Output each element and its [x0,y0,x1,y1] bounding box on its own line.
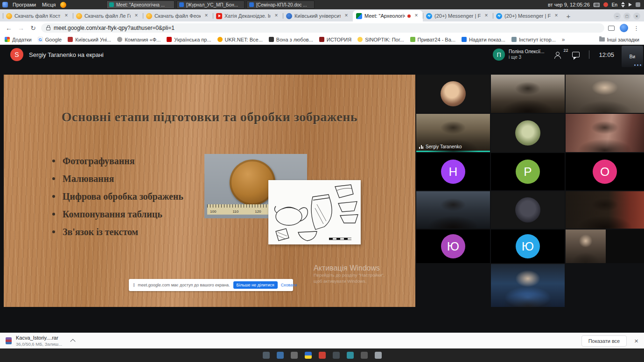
bullet-icon [52,213,55,216]
taskbar-window-icon[interactable] [347,352,354,359]
keyboard-layout-indicator[interactable]: En [612,2,617,7]
places-menu[interactable]: Місця [41,2,57,7]
browser-toolbar: ← → ↻ meet.google.com/xar-ftyk-qpy?authu… [0,21,644,35]
site-icon [217,37,223,42]
participant-video-tile[interactable] [566,75,644,113]
panel-window-button-doc2[interactable]: [Семінар-КПЛ-20.doc ... [246,0,315,9]
self-video-thumbnail[interactable]: Ви [622,46,643,67]
screen-capture-icon[interactable] [608,26,615,31]
participant-tile[interactable] [416,75,490,113]
more-options-icon[interactable] [634,64,642,66]
tab-close-icon[interactable]: × [133,13,140,19]
participant-tile[interactable]: Н [416,153,490,190]
download-item[interactable]: Kacva_Istoriy....rar 36,0/50,6 МБ, Залиш… [6,335,74,347]
participant-video-tile[interactable] [416,191,490,229]
taskbar-window-icon[interactable] [263,352,270,359]
taskbar-window-icon[interactable] [277,352,284,359]
bookmark-label: UKR.NET: Все... [225,37,263,42]
tab-download-legof[interactable]: Скачать файл Ле Гоф × [73,10,143,21]
tab-download-kostin[interactable]: Скачать файл Костин × [3,10,73,21]
notification-icon[interactable] [603,2,608,7]
stop-sharing-button[interactable]: Більше не ділитися [233,281,278,289]
tab-messenger-2[interactable]: (20+) Messenger | Face × [493,10,563,21]
tab-close-icon[interactable]: × [343,13,350,19]
hide-banner-link[interactable]: Сховати [281,283,297,287]
taskbar-window-icon[interactable] [319,352,326,359]
pottery-drawings [268,180,361,244]
close-window-icon[interactable]: × [633,13,640,20]
bookmark-istoriya[interactable]: ИСТОРИЯ [319,37,351,42]
volume-icon[interactable] [629,3,632,7]
show-all-downloads-button[interactable]: Показати все [581,335,627,347]
participant-tile[interactable] [491,191,565,229]
participant-tile[interactable]: Ю [416,230,490,263]
forward-button[interactable]: → [17,24,25,32]
tab-download-feokt[interactable]: Скачать файл Феокти × [143,10,213,21]
back-button[interactable]: ← [5,24,13,32]
tab-meet-active[interactable]: Meet: "Археологіч × [353,10,423,21]
tab-close-icon[interactable]: × [483,13,490,19]
bookmark-institute[interactable]: Інститут істор... [511,37,556,42]
lock-icon[interactable] [46,27,50,30]
applications-menu[interactable]: Програми [11,2,37,7]
bookmark-nadaty[interactable]: Надати показ... [462,37,505,42]
tab-close-icon[interactable]: × [63,13,70,19]
other-bookmarks-button[interactable]: Інші закладки [599,37,639,42]
reload-button[interactable]: ↻ [29,24,37,32]
download-menu-caret-icon[interactable] [70,339,76,344]
active-speaker-tile[interactable]: Sergiy Taranenko [416,114,490,152]
updates-icon[interactable] [621,2,625,7]
taskbar-window-icon[interactable] [375,352,382,359]
bookmarks-overflow-icon[interactable]: » [562,36,565,43]
browser-menu-icon[interactable]: ⋮ [633,25,639,32]
firefox-launcher-icon[interactable] [60,2,66,8]
presenter-info: S Sergiy Taranenko на екрані [10,48,104,61]
participant-name: Поліна Олексії... [509,49,544,55]
tab-close-icon[interactable]: × [413,13,420,19]
participant-silhouette [491,75,565,113]
tab-messenger-1[interactable]: (20+) Messenger | Face × [423,10,493,21]
address-bar[interactable]: meet.google.com/xar-ftyk-qpy?authuser=0&… [41,23,604,33]
bookmark-label: Київський Уні... [75,37,111,42]
minimize-window-icon[interactable]: – [614,13,621,20]
participant-tile[interactable]: Р [491,153,565,190]
bookmark-knu[interactable]: Київський Уні... [68,37,111,42]
participant-video-tile[interactable] [566,114,644,152]
tab-close-icon[interactable]: × [203,13,210,19]
bookmark-apps[interactable]: Додатки [5,37,32,42]
participant-video-tile[interactable] [566,191,644,229]
bookmark-ukrnet[interactable]: UKR.NET: Все... [217,37,263,42]
tab-close-icon[interactable]: × [553,13,560,19]
participant-video-tile[interactable] [491,264,565,307]
system-top-panel: Програми Місця Meet: "Археологічна ... [… [0,0,644,9]
panel-window-button-doc1[interactable]: [Журнал_УС_МП_Бон... [176,0,245,9]
new-tab-button[interactable]: + [563,10,574,21]
tab-close-icon[interactable]: × [273,13,280,19]
desktop-screen: Програми Місця Meet: "Археологічна ... [… [0,0,644,362]
bookmark-sinoptik[interactable]: SINOPTIK: Пог... [357,37,404,42]
participants-preview-chip[interactable]: П Поліна Олексії... і ще 3 [493,49,544,61]
bullet-icon [52,195,55,198]
taskbar-window-icon[interactable] [291,352,298,359]
participant-video-tile[interactable] [491,75,565,113]
download-shelf-close-icon[interactable]: × [634,337,638,345]
chat-icon[interactable] [572,52,580,57]
maximize-window-icon[interactable]: □ [623,13,630,20]
bookmark-google[interactable]: GGoogle [38,37,62,42]
tab-university[interactable]: Київський університе × [283,10,353,21]
participant-tile[interactable]: О [566,153,644,190]
bookmark-ukrpravda[interactable]: Українська пр... [167,37,211,42]
bookmark-privat24[interactable]: Приват24 - Ва... [410,37,455,42]
bookmark-company[interactable]: Компания «Ф... [117,37,161,42]
profile-avatar[interactable] [620,24,628,32]
participant-tile[interactable]: Ю [491,230,565,263]
taskbar-window-icon[interactable] [333,352,340,359]
participant-tile[interactable] [491,114,565,152]
panel-window-button-meet[interactable]: Meet: "Археологічна ... [106,0,175,9]
ukraine-flag-icon[interactable] [305,352,312,359]
tab-youtube[interactable]: Хатія Деканоідзе. Інт × [213,10,283,21]
taskbar-window-icon[interactable] [361,352,368,359]
participant-video-tile[interactable] [566,230,644,263]
bookmark-vona[interactable]: Вона з любов... [269,37,313,42]
participants-button[interactable]: 22 [553,50,563,59]
